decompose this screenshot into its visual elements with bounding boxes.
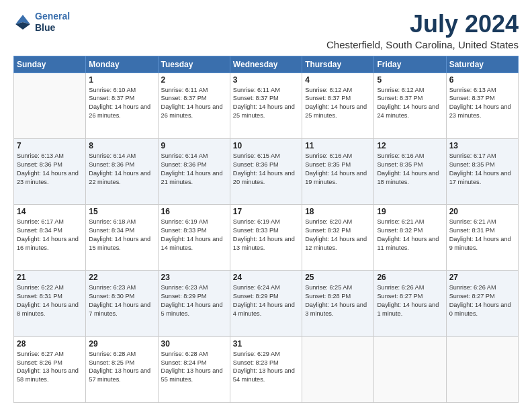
table-row: 28Sunrise: 6:27 AMSunset: 8:26 PMDayligh…: [14, 336, 86, 402]
day-number: 28: [17, 339, 83, 349]
table-row: 9Sunrise: 6:14 AMSunset: 8:36 PMDaylight…: [158, 138, 230, 204]
day-number: 8: [89, 141, 154, 150]
table-row: 31Sunrise: 6:29 AMSunset: 8:23 PMDayligh…: [230, 336, 302, 402]
col-monday: Monday: [86, 56, 158, 73]
page: General Blue July 2024 Chesterfield, Sou…: [0, 0, 532, 411]
table-row: 8Sunrise: 6:14 AMSunset: 8:36 PMDaylight…: [86, 138, 158, 204]
day-info: Sunrise: 6:23 AMSunset: 8:30 PMDaylight:…: [89, 283, 154, 318]
day-info: Sunrise: 6:21 AMSunset: 8:31 PMDaylight:…: [449, 218, 515, 253]
table-row: 21Sunrise: 6:22 AMSunset: 8:31 PMDayligh…: [14, 271, 86, 336]
calendar-week-row: 21Sunrise: 6:22 AMSunset: 8:31 PMDayligh…: [14, 271, 519, 336]
col-sunday: Sunday: [14, 56, 86, 73]
day-number: 14: [17, 207, 83, 216]
day-number: 5: [377, 75, 443, 85]
table-row: 11Sunrise: 6:16 AMSunset: 8:35 PMDayligh…: [302, 138, 374, 204]
day-info: Sunrise: 6:28 AMSunset: 8:24 PMDaylight:…: [161, 350, 227, 385]
day-info: Sunrise: 6:19 AMSunset: 8:33 PMDaylight:…: [233, 218, 299, 253]
day-number: 29: [89, 339, 154, 349]
table-row: 15Sunrise: 6:18 AMSunset: 8:34 PMDayligh…: [86, 205, 158, 271]
table-row: 1Sunrise: 6:10 AMSunset: 8:37 PMDaylight…: [86, 73, 158, 138]
table-row: 13Sunrise: 6:17 AMSunset: 8:35 PMDayligh…: [446, 138, 518, 204]
day-info: Sunrise: 6:29 AMSunset: 8:23 PMDaylight:…: [233, 350, 299, 385]
day-info: Sunrise: 6:14 AMSunset: 8:36 PMDaylight:…: [89, 152, 154, 187]
day-info: Sunrise: 6:21 AMSunset: 8:32 PMDaylight:…: [377, 218, 443, 253]
table-row: 18Sunrise: 6:20 AMSunset: 8:32 PMDayligh…: [302, 205, 374, 271]
table-row: 29Sunrise: 6:28 AMSunset: 8:25 PMDayligh…: [86, 336, 158, 402]
day-info: Sunrise: 6:12 AMSunset: 8:37 PMDaylight:…: [305, 86, 371, 121]
logo: General Blue: [13, 11, 70, 34]
table-row: 10Sunrise: 6:15 AMSunset: 8:36 PMDayligh…: [230, 138, 302, 204]
day-number: 1: [89, 75, 154, 85]
header: General Blue July 2024 Chesterfield, Sou…: [13, 11, 519, 50]
day-info: Sunrise: 6:26 AMSunset: 8:27 PMDaylight:…: [449, 283, 515, 318]
day-info: Sunrise: 6:12 AMSunset: 8:37 PMDaylight:…: [377, 86, 443, 121]
day-number: 16: [161, 207, 227, 216]
day-info: Sunrise: 6:25 AMSunset: 8:28 PMDaylight:…: [305, 283, 371, 318]
day-info: Sunrise: 6:13 AMSunset: 8:36 PMDaylight:…: [17, 152, 83, 187]
header-right: July 2024 Chesterfield, South Carolina, …: [326, 11, 519, 50]
day-info: Sunrise: 6:15 AMSunset: 8:36 PMDaylight:…: [233, 152, 299, 187]
location-title: Chesterfield, South Carolina, United Sta…: [326, 39, 519, 50]
day-number: 27: [449, 273, 515, 282]
table-row: 6Sunrise: 6:13 AMSunset: 8:37 PMDaylight…: [446, 73, 518, 138]
table-row: 24Sunrise: 6:24 AMSunset: 8:29 PMDayligh…: [230, 271, 302, 336]
day-number: 25: [305, 273, 371, 282]
day-number: 7: [17, 141, 83, 150]
day-number: 10: [233, 141, 299, 150]
day-number: 12: [377, 141, 443, 150]
table-row: 19Sunrise: 6:21 AMSunset: 8:32 PMDayligh…: [374, 205, 446, 271]
table-row: 17Sunrise: 6:19 AMSunset: 8:33 PMDayligh…: [230, 205, 302, 271]
day-number: 20: [449, 207, 515, 216]
day-number: 21: [17, 273, 83, 282]
day-info: Sunrise: 6:24 AMSunset: 8:29 PMDaylight:…: [233, 283, 299, 318]
day-info: Sunrise: 6:28 AMSunset: 8:25 PMDaylight:…: [89, 350, 154, 385]
col-friday: Friday: [374, 56, 446, 73]
table-row: 23Sunrise: 6:23 AMSunset: 8:29 PMDayligh…: [158, 271, 230, 336]
day-info: Sunrise: 6:23 AMSunset: 8:29 PMDaylight:…: [161, 283, 227, 318]
day-info: Sunrise: 6:16 AMSunset: 8:35 PMDaylight:…: [377, 152, 443, 187]
day-info: Sunrise: 6:17 AMSunset: 8:34 PMDaylight:…: [17, 218, 83, 253]
day-number: 19: [377, 207, 443, 216]
table-row: 25Sunrise: 6:25 AMSunset: 8:28 PMDayligh…: [302, 271, 374, 336]
logo-icon: [13, 13, 32, 32]
calendar-week-row: 7Sunrise: 6:13 AMSunset: 8:36 PMDaylight…: [14, 138, 519, 204]
table-row: 3Sunrise: 6:11 AMSunset: 8:37 PMDaylight…: [230, 73, 302, 138]
day-info: Sunrise: 6:22 AMSunset: 8:31 PMDaylight:…: [17, 283, 83, 318]
day-number: 31: [233, 339, 299, 349]
day-number: 4: [305, 75, 371, 85]
table-row: 2Sunrise: 6:11 AMSunset: 8:37 PMDaylight…: [158, 73, 230, 138]
day-info: Sunrise: 6:18 AMSunset: 8:34 PMDaylight:…: [89, 218, 154, 253]
month-title: July 2024: [326, 11, 519, 38]
day-info: Sunrise: 6:26 AMSunset: 8:27 PMDaylight:…: [377, 283, 443, 318]
col-wednesday: Wednesday: [230, 56, 302, 73]
col-thursday: Thursday: [302, 56, 374, 73]
day-number: 26: [377, 273, 443, 282]
col-saturday: Saturday: [446, 56, 518, 73]
table-row: 7Sunrise: 6:13 AMSunset: 8:36 PMDaylight…: [14, 138, 86, 204]
day-info: Sunrise: 6:11 AMSunset: 8:37 PMDaylight:…: [233, 86, 299, 121]
table-row: 4Sunrise: 6:12 AMSunset: 8:37 PMDaylight…: [302, 73, 374, 138]
day-info: Sunrise: 6:19 AMSunset: 8:33 PMDaylight:…: [161, 218, 227, 253]
table-row: 12Sunrise: 6:16 AMSunset: 8:35 PMDayligh…: [374, 138, 446, 204]
day-number: 13: [449, 141, 515, 150]
day-number: 15: [89, 207, 154, 216]
day-number: 6: [449, 75, 515, 85]
day-info: Sunrise: 6:14 AMSunset: 8:36 PMDaylight:…: [161, 152, 227, 187]
day-info: Sunrise: 6:17 AMSunset: 8:35 PMDaylight:…: [449, 152, 515, 187]
day-number: 30: [161, 339, 227, 349]
table-row: 22Sunrise: 6:23 AMSunset: 8:30 PMDayligh…: [86, 271, 158, 336]
day-number: 17: [233, 207, 299, 216]
table-row: 5Sunrise: 6:12 AMSunset: 8:37 PMDaylight…: [374, 73, 446, 138]
table-row: [14, 73, 86, 138]
table-row: 26Sunrise: 6:26 AMSunset: 8:27 PMDayligh…: [374, 271, 446, 336]
logo-text: General Blue: [35, 11, 70, 34]
day-number: 24: [233, 273, 299, 282]
day-number: 11: [305, 141, 371, 150]
day-number: 2: [161, 75, 227, 85]
calendar-week-row: 14Sunrise: 6:17 AMSunset: 8:34 PMDayligh…: [14, 205, 519, 271]
day-number: 3: [233, 75, 299, 85]
calendar-week-row: 28Sunrise: 6:27 AMSunset: 8:26 PMDayligh…: [14, 336, 519, 402]
table-row: 27Sunrise: 6:26 AMSunset: 8:27 PMDayligh…: [446, 271, 518, 336]
day-info: Sunrise: 6:27 AMSunset: 8:26 PMDaylight:…: [17, 350, 83, 385]
calendar-header-row: Sunday Monday Tuesday Wednesday Thursday…: [14, 56, 519, 73]
